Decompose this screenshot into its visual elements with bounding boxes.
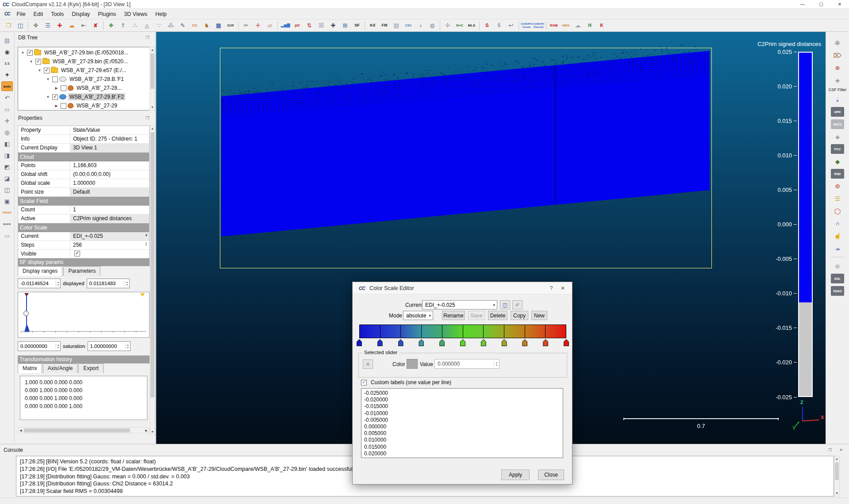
auto-pick-center-button[interactable]: auto (1, 81, 13, 91)
canupo-classify-button[interactable]: CANUPOClassify (533, 20, 544, 31)
sf-min-max-button[interactable]: ⇅ (303, 20, 315, 31)
gradient-slider-handle[interactable] (460, 339, 465, 346)
tab-parameters[interactable]: Parameters (63, 266, 100, 276)
scroll-thumb[interactable] (150, 132, 154, 397)
save-scale-icon-button[interactable]: ◫ (500, 300, 510, 309)
tab-axis-angle[interactable]: Axis/Angle (43, 363, 78, 373)
custom-labels-checkbox[interactable] (361, 380, 367, 386)
gradient-slider-handle[interactable] (377, 339, 383, 346)
visibility-checkbox[interactable] (27, 50, 33, 56)
tree-item[interactable]: ▼WSB_A'B'_27-29.B'.F2 (18, 92, 152, 101)
dialog-title-bar[interactable]: CC Color Scale Editor ? ✕ (353, 282, 572, 294)
noise-filter-button[interactable]: ⁂ (165, 20, 177, 31)
tab-matrix[interactable]: Matrix (18, 363, 42, 373)
tree-item[interactable]: ▶WSB_A'B'_27-29 (18, 101, 152, 110)
slider-handle[interactable] (23, 311, 29, 316)
chunk-tool-button[interactable]: ▦ (213, 20, 224, 31)
maximize-button[interactable]: ▢ (812, 0, 830, 8)
register-point-pairs-button[interactable]: ❖ (105, 20, 117, 31)
tab-display-ranges[interactable]: Display ranges (18, 266, 62, 276)
apply-button[interactable]: Apply (501, 470, 530, 480)
visibility-checkbox[interactable] (52, 76, 58, 82)
tree-item[interactable]: ▼WSB_A'B'_27-29.bin (E:/0520018... (18, 48, 152, 57)
geometric-features-button[interactable]: ⚙ (831, 181, 844, 191)
scroll-thumb[interactable] (835, 462, 839, 480)
zoom-1-1-button[interactable]: 1:1 (1, 58, 13, 68)
pick-rotation-center-button[interactable]: ✛ (1, 116, 13, 126)
gradient-slider-handle[interactable] (398, 339, 403, 346)
merge-entities-button[interactable]: ✚ (54, 20, 65, 31)
float-panel-icon[interactable]: ❐ (143, 35, 152, 40)
plugins-button[interactable]: ✣ (442, 20, 453, 31)
display-options-button[interactable]: ☰ (42, 20, 54, 31)
camera-settings-button[interactable]: ◉ (1, 47, 13, 57)
float-panel-icon[interactable]: ❐ (825, 447, 834, 453)
disable-shader-button[interactable]: ⊘ (831, 261, 844, 271)
db-tree-scrollbar[interactable]: ▲ ▼ (150, 47, 155, 111)
scroll-up-icon[interactable]: ▲ (834, 456, 839, 462)
clean-broom-button[interactable]: ⌦ (831, 50, 844, 60)
expander-open-icon[interactable]: ▼ (45, 77, 51, 81)
menu-3d-views[interactable]: 3D Views (120, 9, 151, 19)
view-back-label-button[interactable]: BACK (1, 219, 13, 229)
tree-item[interactable]: ▶WSB_A'B'_27-28... (18, 84, 152, 92)
minimize-button[interactable]: — (793, 0, 812, 8)
close-panel-icon[interactable]: ✕ (837, 447, 845, 453)
open-file-button[interactable]: ❒ (3, 20, 14, 31)
gradient-slider-handle[interactable] (357, 339, 362, 346)
expander-open-icon[interactable]: ▼ (37, 69, 42, 73)
translate-rotate-button[interactable]: ✛ (252, 20, 264, 31)
menu-help[interactable]: Help (151, 9, 171, 19)
sf-arithmetic-button[interactable]: ⊞ (339, 20, 351, 31)
canupo-create-button[interactable]: CANUPOCreate (521, 20, 532, 31)
view-bottom-cube-button[interactable]: ▣ (1, 196, 13, 206)
slider-value-spinbox[interactable]: 0.000000▲▼ (434, 359, 499, 369)
export-csv-button[interactable]: CSV (403, 20, 414, 31)
current-scale-combobox[interactable]: EDI_+-0.025▾ (422, 300, 497, 309)
menu-edit[interactable]: Edit (30, 9, 47, 19)
menu-tools[interactable]: Tools (47, 9, 68, 19)
m3c2-button[interactable]: M3C2 (831, 119, 844, 129)
scroll-thumb[interactable] (24, 428, 130, 432)
view-left-cube-button[interactable]: ◩ (1, 162, 13, 172)
float-panel-icon[interactable]: ❐ (143, 115, 152, 121)
properties-hscrollbar[interactable]: ◀ ▶ (18, 427, 150, 433)
histogram-filter-h-button[interactable]: H (584, 20, 595, 31)
scroll-right-icon[interactable]: ▶ (144, 428, 149, 433)
polyline-tracing-button[interactable]: S (481, 20, 493, 31)
manual-classification-button[interactable]: ☝ (831, 231, 844, 241)
delete-slider-button[interactable]: ✕ (363, 359, 373, 369)
shield-filter-2-button[interactable]: ◈ (831, 132, 844, 141)
expander-open-icon[interactable]: ▼ (45, 95, 51, 99)
properties-scrollbar[interactable]: ▲ ▼ (150, 126, 155, 435)
tree-item[interactable]: ▼WSB_A'B'_27-28.B.'F1 (18, 75, 152, 84)
unroll-button[interactable]: ↩ (505, 20, 517, 31)
new-button[interactable]: New (531, 311, 547, 320)
save-button[interactable]: Save (468, 311, 485, 320)
color-scale-combobox[interactable]: EDI_+-0.025▾ (70, 232, 149, 241)
magnet-tool-button[interactable]: ∩ (831, 218, 844, 228)
sphere-tool-button[interactable]: ◑ (415, 20, 426, 31)
visibility-checkbox[interactable] (61, 85, 66, 91)
visibility-checkbox[interactable] (44, 68, 50, 73)
close-button[interactable]: ✕ (830, 0, 849, 8)
globe-mesh-button[interactable]: ◍ (426, 20, 438, 31)
point-list-picking-button[interactable]: ♞ (201, 20, 212, 31)
cross-section-button[interactable]: CC (189, 20, 200, 31)
view-front-cube-button[interactable]: ◨ (1, 150, 13, 160)
view-top-cube-button[interactable]: ◪ (1, 173, 13, 183)
gradient-slider-handle[interactable] (543, 339, 548, 346)
rgb-filter-button[interactable]: RGB (548, 20, 560, 31)
scroll-up-icon[interactable]: ▲ (150, 126, 155, 131)
dialog-close-button[interactable]: ✕ (557, 285, 569, 292)
slider-color-swatch[interactable] (407, 359, 418, 369)
edl-shader-button[interactable]: EDL (831, 274, 844, 283)
facets-button[interactable]: ◆ (831, 157, 844, 166)
gradient-slider-handle[interactable] (481, 339, 486, 346)
global-zoom-button[interactable]: + (1, 70, 13, 80)
view-back-cube-button[interactable]: ◫ (1, 185, 13, 195)
ellipse-tool-button[interactable]: ◯ (831, 206, 844, 216)
label-point-button[interactable]: ✎ (177, 20, 188, 31)
histogram-filter-k-button[interactable]: K (596, 20, 607, 31)
clipping-box-button[interactable]: ▱ (264, 20, 276, 31)
